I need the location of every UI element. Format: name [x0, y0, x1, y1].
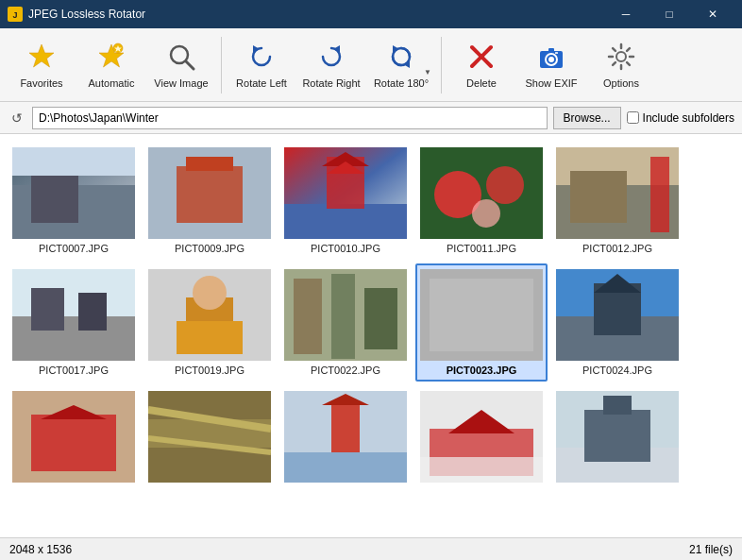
rotate-180-icon [384, 40, 418, 74]
svg-rect-68 [430, 279, 533, 351]
svg-rect-50 [650, 157, 669, 232]
svg-rect-15 [548, 48, 554, 53]
image-thumbnail [12, 269, 135, 361]
list-item[interactable] [143, 385, 276, 492]
image-thumbnail [420, 147, 543, 239]
image-filename: PICT0024.JPG [582, 365, 652, 376]
list-item[interactable]: PICT0010.JPG [279, 142, 412, 260]
subfolder-label: Include subfolders [627, 111, 734, 125]
svg-rect-61 [177, 321, 243, 354]
image-filename: PICT0010.JPG [311, 243, 380, 254]
options-icon [604, 40, 638, 74]
thumbnail-preview [284, 391, 407, 483]
rotate-left-icon [245, 40, 278, 74]
rotate-180-button[interactable]: Rotate 180° ▼ [367, 33, 435, 97]
path-input[interactable] [32, 107, 548, 129]
svg-line-24 [613, 48, 616, 51]
delete-button[interactable]: Delete [447, 33, 515, 97]
svg-rect-54 [12, 316, 135, 361]
image-filename: PICT0009.JPG [175, 243, 245, 254]
list-item[interactable] [551, 385, 683, 492]
thumbnail-preview [420, 147, 543, 239]
thumbnail-preview [148, 391, 271, 483]
app-icon: J [8, 7, 23, 22]
svg-rect-18 [555, 52, 558, 54]
rotate-left-button[interactable]: Rotate Left [228, 33, 295, 97]
minimize-button[interactable]: ─ [604, 0, 648, 28]
svg-line-26 [613, 62, 616, 65]
svg-point-19 [616, 52, 626, 61]
delete-label: Delete [466, 77, 497, 90]
thumbnail-preview [148, 147, 271, 239]
thumbnail-preview [556, 147, 679, 239]
svg-marker-10 [393, 45, 399, 53]
toolbar-separator-1 [221, 37, 222, 93]
image-thumbnail [556, 269, 679, 361]
svg-rect-84 [284, 448, 407, 483]
image-thumbnail [284, 391, 407, 483]
svg-rect-65 [331, 274, 355, 359]
image-thumbnail [12, 147, 135, 239]
close-button[interactable]: ✕ [691, 0, 734, 28]
list-item[interactable]: PICT0022.JPG [279, 263, 412, 382]
svg-rect-53 [12, 269, 135, 316]
status-bar: 2048 x 1536 21 file(s) [0, 537, 742, 560]
svg-text:J: J [12, 10, 17, 20]
image-thumbnail [284, 269, 407, 361]
thumbnail-preview [12, 147, 135, 239]
view-image-icon [164, 40, 198, 74]
favorites-button[interactable]: Favorites [8, 33, 76, 97]
thumbnail-preview [148, 269, 271, 361]
subfolder-checkbox[interactable] [627, 111, 639, 124]
title-bar: J JPEG Lossless Rotator ─ □ ✕ [0, 0, 742, 28]
refresh-button[interactable]: ↺ [8, 109, 26, 127]
image-dimensions: 2048 x 1536 [9, 543, 72, 556]
subfolder-text: Include subfolders [643, 111, 734, 125]
svg-line-7 [186, 61, 194, 69]
rotate-180-dropdown-arrow: ▼ [424, 68, 431, 76]
automatic-button[interactable]: Automatic [77, 33, 145, 97]
delete-icon [464, 40, 498, 74]
image-filename: PICT0007.JPG [39, 243, 109, 254]
svg-line-25 [627, 62, 630, 65]
image-thumbnail [12, 391, 135, 483]
options-button[interactable]: Options [587, 33, 655, 97]
title-bar-left: J JPEG Lossless Rotator [8, 7, 145, 22]
thumbnail-preview [12, 269, 135, 361]
svg-rect-92 [420, 457, 543, 483]
list-item[interactable]: PICT0009.JPG [143, 142, 276, 260]
svg-point-45 [486, 166, 524, 204]
browse-button[interactable]: Browse... [553, 107, 621, 129]
rotate-right-button[interactable]: Rotate Right [297, 33, 365, 97]
image-thumbnail [420, 269, 543, 361]
view-image-button[interactable]: View Image [147, 33, 215, 97]
maximize-button[interactable]: □ [648, 0, 691, 28]
list-item[interactable]: PICT0011.JPG [415, 142, 548, 260]
options-label: Options [603, 77, 639, 90]
svg-rect-64 [294, 279, 322, 354]
list-item[interactable] [8, 385, 140, 492]
list-item[interactable]: PICT0019.JPG [143, 263, 276, 382]
file-count: 21 file(s) [689, 543, 733, 556]
list-item[interactable]: PICT0023.JPG [415, 263, 548, 382]
list-item[interactable]: PICT0024.JPG [551, 263, 683, 382]
list-item[interactable] [279, 385, 412, 492]
app-title: JPEG Lossless Rotator [28, 8, 145, 21]
path-bar: ↺ Browse... Include subfolders [0, 102, 742, 134]
list-item[interactable] [415, 385, 548, 492]
list-item[interactable]: PICT0012.JPG [551, 142, 683, 260]
main-content: PICT0007.JPG PICT0009.JPG [0, 134, 742, 537]
image-filename: PICT0011.JPG [447, 243, 516, 254]
favorites-icon [25, 40, 59, 74]
thumbnail-preview [420, 391, 543, 483]
image-filename: PICT0017.JPG [39, 365, 109, 376]
show-exif-button[interactable]: Show EXIF [517, 33, 585, 97]
thumbnail-preview [556, 391, 679, 483]
svg-rect-66 [364, 288, 397, 349]
list-item[interactable]: PICT0007.JPG [8, 142, 140, 260]
title-bar-controls: ─ □ ✕ [604, 0, 734, 28]
image-thumbnail [148, 391, 271, 483]
list-item[interactable]: PICT0017.JPG [8, 263, 140, 382]
show-exif-icon [534, 40, 568, 74]
image-thumbnail [420, 391, 543, 483]
